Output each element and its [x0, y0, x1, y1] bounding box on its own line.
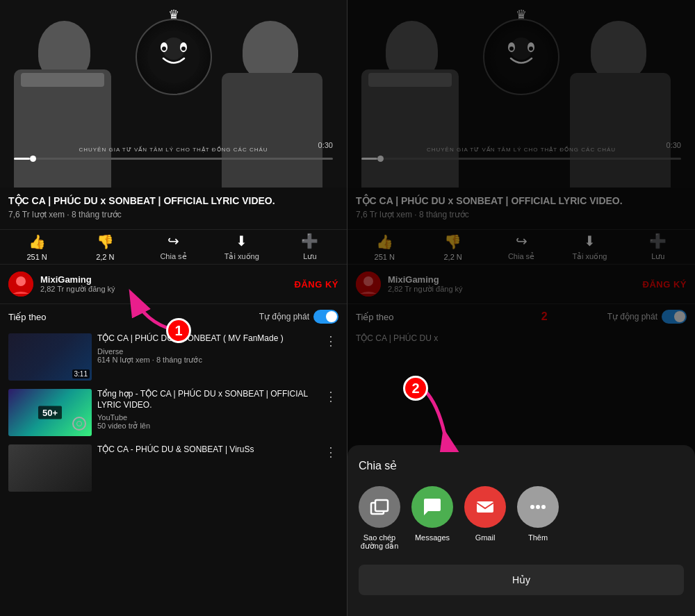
- share-options: Sao chépđường dẫn Messages: [359, 486, 684, 551]
- messages-icon-circle: [411, 486, 453, 528]
- left-panel: ♛: [0, 0, 348, 616]
- left-action-buttons: 👍 251 N 👎 2,2 N ↪ Chia sẻ ⬇ Tải xuống ➕ …: [0, 230, 347, 265]
- left-download-button[interactable]: ⬇ Tải xuống: [208, 230, 276, 264]
- left-toggle-dot: [326, 311, 337, 322]
- share-more[interactable]: Thêm: [517, 486, 559, 551]
- left-dislike-button[interactable]: 👎 2,2 N: [71, 231, 139, 264]
- left-save-label: Lưu: [303, 252, 316, 261]
- left-video-item-3[interactable]: TỘC CA - PHÚC DU & SONBEAT | ViruSs ⋮: [0, 440, 347, 496]
- right-panel-inner: ♛: [348, 0, 695, 616]
- dim-overlay: [348, 0, 695, 477]
- left-vid-meta-1: 614 N lượt xem · 8 tháng trước: [97, 356, 318, 365]
- left-share-label: Chia sẻ: [160, 252, 186, 261]
- left-share-button[interactable]: ↪ Chia sẻ: [139, 230, 207, 264]
- left-vid-channel-1: Diverse: [97, 347, 318, 356]
- copy-link-label: Sao chépđường dẫn: [361, 533, 399, 551]
- thumbs-down-icon: 👎: [97, 233, 114, 250]
- left-autoplay-row: Tự động phát: [259, 310, 338, 324]
- share-messages[interactable]: Messages: [411, 486, 453, 551]
- gmail-icon-circle: [464, 486, 506, 528]
- messages-label: Messages: [415, 533, 450, 542]
- share-copy-link[interactable]: Sao chépđường dẫn: [359, 486, 400, 551]
- save-icon: ➕: [301, 233, 318, 249]
- left-subscribe-button[interactable]: ĐĂNG KÝ: [295, 279, 338, 290]
- right-panel: ♛: [348, 0, 695, 616]
- svg-point-19: [530, 505, 534, 509]
- more-icon-circle: [517, 486, 559, 528]
- left-channel-name: MixiGaming: [40, 274, 295, 285]
- left-vid-badge-2: 50+: [38, 406, 62, 419]
- left-vid-meta-2: 50 video trở lên: [97, 422, 318, 431]
- left-vid-more-3[interactable]: ⋮: [323, 444, 338, 460]
- svg-point-20: [536, 505, 540, 509]
- left-vid-more-1[interactable]: ⋮: [323, 333, 338, 349]
- left-download-label: Tải xuống: [224, 252, 259, 261]
- left-autoplay-toggle[interactable]: [313, 310, 338, 324]
- left-dislike-count: 2,2 N: [96, 253, 114, 261]
- left-like-button[interactable]: 👍 251 N: [3, 231, 71, 264]
- left-video-info: TỘC CA | PHÚC DU x SONBEAT | OFFICIAL LY…: [0, 188, 347, 230]
- left-vid-duration-1: 3:11: [72, 369, 90, 378]
- svg-rect-18: [477, 501, 493, 513]
- left-save-button[interactable]: ➕ Lưu: [276, 230, 344, 264]
- left-vid-thumb-2: 50+: [8, 389, 92, 436]
- more-label: Thêm: [528, 533, 548, 542]
- left-video-title: TỘC CA | PHÚC DU x SONBEAT | OFFICIAL LY…: [8, 194, 338, 207]
- left-video-thumbnail[interactable]: ♛: [0, 0, 347, 188]
- left-channel-avatar: [8, 272, 33, 297]
- left-vid-info-1: TỘC CA | PHÚC DU x SONBEAT ( MV FanMade …: [97, 333, 318, 365]
- cancel-button[interactable]: Hủy: [359, 565, 684, 595]
- svg-rect-17: [375, 500, 388, 511]
- left-time: 0:30: [318, 141, 333, 149]
- left-channel-row: MixiGaming 2,82 Tr người đăng ký ĐĂNG KÝ: [0, 265, 347, 304]
- thumbs-up-icon: 👍: [28, 233, 46, 250]
- share-sheet-title: Chia sẻ: [359, 459, 684, 472]
- left-vid-title-3: TỘC CA - PHÚC DU & SONBEAT | ViruSs: [97, 444, 318, 456]
- left-autoplay-label: Tự động phát: [259, 312, 309, 322]
- download-icon: ⬇: [236, 233, 247, 249]
- left-video-item-2[interactable]: 50+ Tổng hợp - TỘC CA | PHÚC DU x SONBEA…: [0, 385, 347, 440]
- share-sheet: 2 Chia sẻ Sao chépđường dẫn: [348, 445, 695, 616]
- left-like-count: 251 N: [26, 253, 47, 261]
- left-upnext-label: Tiếp theo: [8, 312, 47, 322]
- left-vid-more-2[interactable]: ⋮: [323, 389, 338, 404]
- share-icon: ↪: [167, 233, 179, 249]
- left-vid-thumb-1: 3:11: [8, 333, 92, 381]
- svg-point-7: [16, 276, 26, 286]
- left-upnext-header: Tiếp theo Tự động phát: [0, 304, 347, 329]
- left-vid-thumb-3: [8, 444, 92, 492]
- share-gmail[interactable]: Gmail: [464, 486, 506, 551]
- left-channel-info: MixiGaming 2,82 Tr người đăng ký: [40, 274, 295, 294]
- copy-link-icon-circle: [359, 486, 400, 528]
- left-video-meta: 7,6 Tr lượt xem · 8 tháng trước: [8, 210, 338, 219]
- left-subtitle: CHUYÊN GIA TƯ VẤN TÂM LÝ CHO THẬT ĐỒNG C…: [0, 147, 347, 153]
- left-vid-title-2: Tổng hợp - TỘC CA | PHÚC DU x SONBEAT | …: [97, 389, 318, 410]
- left-vid-info-3: TỘC CA - PHÚC DU & SONBEAT | ViruSs: [97, 444, 318, 458]
- gmail-label: Gmail: [475, 533, 496, 542]
- left-vid-channel-2: YouTube: [97, 413, 318, 422]
- left-channel-subs: 2,82 Tr người đăng ký: [40, 285, 295, 294]
- svg-point-4: [162, 47, 166, 51]
- left-video-item-1[interactable]: 3:11 TỘC CA | PHÚC DU x SONBEAT ( MV Fan…: [0, 329, 347, 385]
- svg-point-5: [181, 47, 186, 51]
- left-vid-title-1: TỘC CA | PHÚC DU x SONBEAT ( MV FanMade …: [97, 333, 318, 344]
- svg-point-21: [541, 505, 546, 509]
- left-vid-info-2: Tổng hợp - TỘC CA | PHÚC DU x SONBEAT | …: [97, 389, 318, 431]
